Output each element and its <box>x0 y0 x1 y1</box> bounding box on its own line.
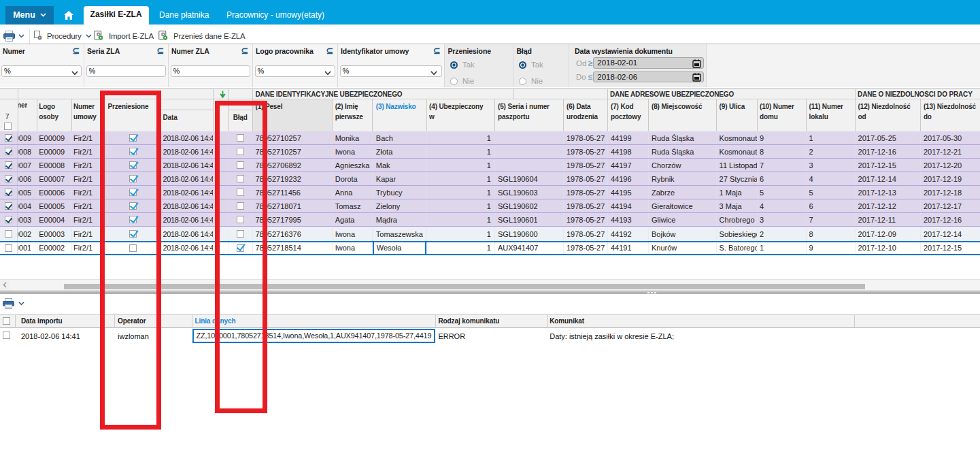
column-header-imie[interactable]: (2) Imię pierwsze <box>335 101 371 122</box>
column-header-blad[interactable]: Błąd <box>228 112 252 123</box>
menu-button[interactable]: Menu <box>5 6 54 25</box>
cell-blad[interactable] <box>228 186 252 199</box>
column-header-nazwisko[interactable]: (3) Nazwisko <box>376 101 424 112</box>
date-od-input[interactable]: 2018-02-01 <box>593 57 704 69</box>
column-header-ubezpieczony[interactable]: (4) Ubezpieczony w <box>429 101 487 122</box>
column-header-przeniesione[interactable]: Przeniesione <box>108 101 159 112</box>
column-header-dom[interactable]: (10) Numer domu <box>760 101 804 122</box>
cell-blad[interactable] <box>228 159 252 172</box>
grid-row[interactable]: 1000008E00009Fir2/12018-02-06 14:4178052… <box>0 145 980 159</box>
column-header-kod[interactable]: (7) Kod pocztowy <box>611 101 646 122</box>
cell-blad[interactable] <box>228 213 252 226</box>
print-dropdown-button[interactable] <box>18 28 24 44</box>
grid-row[interactable]: 1000009E00009Fir2/12018-02-06 14:4178052… <box>0 131 980 145</box>
cell-przeniesione[interactable] <box>104 242 163 254</box>
bottom-row-select[interactable] <box>3 332 10 340</box>
row-select-checkbox[interactable] <box>4 242 13 254</box>
calendar-icon[interactable] <box>692 73 701 82</box>
radio-przeniesione-tak[interactable]: Tak <box>450 61 475 69</box>
column-header-urodzenia[interactable]: (6) Data urodzenia <box>567 101 605 122</box>
scrollbar-thumb[interactable] <box>64 284 865 289</box>
grid-row[interactable]: 1000004E00005Fir2/12018-02-06 14:4178052… <box>0 199 980 213</box>
row-select-checkbox[interactable] <box>4 131 13 144</box>
column-header-data[interactable]: Data <box>163 112 214 123</box>
select-all-checkbox[interactable] <box>4 123 12 130</box>
print-button[interactable] <box>3 28 15 44</box>
cell-przeniesione[interactable] <box>104 172 163 185</box>
cell-blad[interactable] <box>228 242 252 254</box>
filter-seria-zla-input[interactable] <box>86 65 166 77</box>
procedury-button[interactable]: Procedury <box>33 28 92 44</box>
bottom-print-button[interactable] <box>3 297 14 310</box>
calendar-icon[interactable] <box>692 59 701 68</box>
column-header-ulica[interactable]: (9) Ulica <box>720 101 755 112</box>
cell-blad[interactable] <box>228 131 252 144</box>
cell-blad[interactable] <box>228 199 252 212</box>
przenies-dane-button[interactable]: Przenieś dane E-ZLA <box>158 28 246 44</box>
subset-operator-icon[interactable]: ⊆ <box>433 46 440 56</box>
column-header-od[interactable]: (12) Niezdolność od <box>858 101 913 122</box>
subset-operator-icon[interactable]: ⊆ <box>241 46 248 56</box>
import-e-zla-button[interactable]: Import E-ZLA <box>94 28 154 44</box>
cell-przeniesione[interactable] <box>104 213 163 226</box>
grid-splitter[interactable] <box>0 291 980 295</box>
grid-row[interactable]: 1000006E00007Fir2/12018-02-06 14:4178052… <box>0 172 980 186</box>
row-select-checkbox[interactable] <box>4 145 13 158</box>
filter-numer-zla-input[interactable] <box>171 65 250 77</box>
cell-blad[interactable] <box>228 172 252 185</box>
cell-nazwisko-editbox[interactable]: Wesoła <box>373 241 426 255</box>
bottom-column-header-operator[interactable]: Operator <box>118 314 192 327</box>
column-header-logo[interactable]: Logo osoby <box>39 101 69 122</box>
cell-blad[interactable] <box>228 227 252 241</box>
grid-row[interactable]: 1000002E00003Fir2/12018-02-06 14:4178052… <box>0 227 980 241</box>
cell-przeniesione[interactable] <box>104 131 163 144</box>
column-header-pesel[interactable]: (1) Pesel <box>256 101 330 112</box>
tab-dane-platnika[interactable]: Dane płatnika <box>159 5 209 25</box>
tab-pracownicy-umowy[interactable]: Pracownicy - umowy(etaty) <box>226 5 324 25</box>
cell-blad[interactable] <box>228 145 252 158</box>
filter-identyfikator-select[interactable]: % <box>340 65 442 77</box>
cell-przeniesione[interactable] <box>104 227 163 241</box>
filter-numer-select[interactable]: % <box>1 65 82 77</box>
bottom-column-header-linia[interactable]: Linia danych <box>195 314 436 327</box>
bottom-print-dropdown-button[interactable] <box>18 297 24 310</box>
grid-row[interactable]: 1000001E00002Fir2/12018-02-06 14:4178052… <box>0 241 980 255</box>
home-button[interactable] <box>61 6 76 25</box>
row-select-checkbox[interactable] <box>4 186 13 199</box>
column-header-seria[interactable]: (5) Seria i numer paszportu <box>498 101 561 122</box>
cell-przeniesione[interactable] <box>104 199 163 212</box>
grid-row[interactable]: 1000007E00008Fir2/12018-02-06 14:4178052… <box>0 159 980 172</box>
bottom-column-header-rodzaj[interactable]: Rodzaj komunikatu <box>438 314 547 327</box>
row-select-checkbox[interactable] <box>4 172 13 185</box>
radio-blad-tak[interactable]: Tak <box>519 61 543 69</box>
column-header-miejscowosc[interactable]: (8) Miejscowość <box>652 101 714 112</box>
column-header-lokal[interactable]: (11) Numer lokalu <box>809 101 853 122</box>
bottom-grid-row[interactable]: 2018-02-06 14:41iwzlomanZZ,1000001,78052… <box>0 329 980 343</box>
subset-operator-icon[interactable]: ⊆ <box>157 46 164 56</box>
grid-row[interactable]: 1000003E00004Fir2/12018-02-06 14:4178052… <box>0 213 980 227</box>
radio-przeniesione-nie[interactable]: Nie <box>450 77 474 85</box>
tab-zasilki-e-zla[interactable]: Zasiłki E-ZLA <box>84 6 149 27</box>
column-header-umowa[interactable]: Numer umowy <box>73 101 99 122</box>
row-select-checkbox[interactable] <box>4 227 13 241</box>
filter-logo-select[interactable]: % <box>255 65 335 77</box>
date-do-input[interactable]: 2018-02-06 <box>593 71 704 83</box>
grid-row[interactable]: 1000005E00006Fir2/12018-02-06 14:4178052… <box>0 186 980 199</box>
radio-blad-nie[interactable]: Nie <box>519 77 543 85</box>
cell-przeniesione[interactable] <box>104 186 163 199</box>
horizontal-scrollbar[interactable] <box>0 279 980 291</box>
bottom-column-header-data_importu[interactable]: Data importu <box>21 314 114 327</box>
bottom-column-header-komunikat[interactable]: Komunikat <box>550 314 854 327</box>
row-select-checkbox[interactable] <box>4 199 13 212</box>
row-select-checkbox[interactable] <box>4 213 13 226</box>
subset-operator-icon[interactable]: ⊆ <box>73 46 80 56</box>
subset-operator-icon[interactable]: ⊆ <box>326 46 333 56</box>
scroll-left-button[interactable] <box>0 280 10 291</box>
cell-przeniesione[interactable] <box>104 145 163 158</box>
column-header-do[interactable]: (13) Niezdolność do <box>924 101 978 122</box>
cell-przeniesione[interactable] <box>104 159 163 172</box>
row-select-checkbox[interactable] <box>4 159 13 172</box>
column-header-numer[interactable]: Numer <box>18 101 28 110</box>
linia-danych-editbox[interactable]: ZZ,1000001,78052718514,Iwona,Wesoła,1,AU… <box>192 329 435 344</box>
bottom-select-all-checkbox[interactable] <box>3 317 10 325</box>
